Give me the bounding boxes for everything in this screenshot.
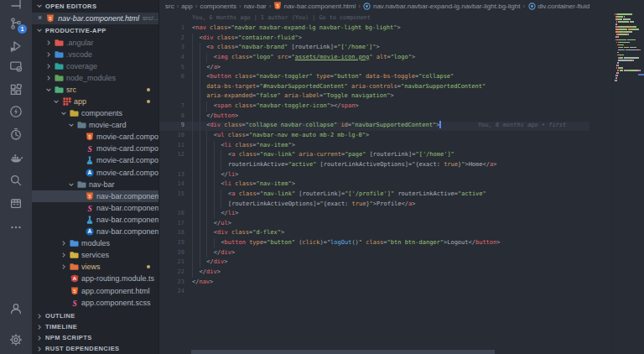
code-line-24[interactable]: 24 <box>159 287 616 297</box>
tree-item-movie-card.component.s...[interactable]: movie-card.component.s... <box>32 154 159 166</box>
tree-item-src[interactable]: src <box>32 84 159 96</box>
chevron-right-icon[interactable] <box>44 39 52 46</box>
tree-item-app-routing.module.ts[interactable]: Aapp-routing.module.ts <box>32 273 159 284</box>
horizontal-scrollbar[interactable] <box>191 350 495 354</box>
breadcrumb-item[interactable]: app <box>181 3 192 10</box>
tree-item-modules[interactable]: modules <box>32 237 159 249</box>
line-number[interactable]: 2 <box>159 34 192 44</box>
extensions-icon[interactable] <box>0 79 32 101</box>
tree-item-movie-card.component.h...[interactable]: 5movie-card.component.h... <box>32 131 159 143</box>
line-number[interactable]: 18 <box>159 228 192 238</box>
line-number[interactable]: 9 <box>159 121 192 131</box>
tree-item-.angular[interactable]: .angular <box>32 37 159 49</box>
code-line-15[interactable]: 15<a class="nav-link" [routerLink]="['/p… <box>159 190 616 200</box>
chevron-down-icon[interactable] <box>67 181 75 188</box>
tree-item-app[interactable]: app <box>32 96 159 107</box>
chevron-right-icon[interactable] <box>60 252 67 258</box>
more-icon[interactable] <box>0 216 32 238</box>
line-number[interactable]: 8 <box>159 112 192 122</box>
line-number[interactable]: 24 <box>159 287 192 297</box>
chevron-down-icon[interactable] <box>52 98 60 105</box>
tree-item-app.component.html[interactable]: 5app.component.html <box>32 284 159 296</box>
line-number[interactable]: 19 <box>159 238 192 248</box>
tree-item-movie-card.component.s...[interactable]: Smovie-card.component.s... <box>32 143 159 154</box>
code-line-wrap[interactable]: data-bs-target="#navbarSupportedContent"… <box>159 82 616 92</box>
code-line-20[interactable]: 20</div> <box>159 248 616 258</box>
section-timeline[interactable]: TIMELINE <box>32 321 159 332</box>
tree-item-movie-card[interactable]: movie-card <box>32 119 159 131</box>
tree-item-movie-card.component.ts[interactable]: Amovie-card.component.ts <box>32 167 159 179</box>
tree-item-nav-bar.component.scss[interactable]: Snav-bar.component.scss <box>32 202 159 214</box>
tree-item-app.component.scss[interactable]: Sapp.component.scss <box>32 297 159 309</box>
chevron-right-icon[interactable] <box>44 51 52 58</box>
breadcrumb-item[interactable]: 5nav-bar.component.html <box>273 2 356 11</box>
breadcrumb-item[interactable]: div.container-fluid <box>527 2 589 11</box>
code-line-19[interactable]: 19<button type="button" (click)="logOut(… <box>159 238 616 248</box>
code-line-wrap[interactable]: [routerLinkActiveOptions]="{exact: true}… <box>159 200 616 210</box>
tree-item-views[interactable]: views <box>32 261 159 273</box>
line-number[interactable]: 10 <box>159 131 192 141</box>
section-rust-dependencies[interactable]: RUST DEPENDENCIES <box>32 343 159 354</box>
line-number[interactable]: 4 <box>159 53 192 63</box>
code-line-2[interactable]: 2<div class="container-fluid"> <box>159 34 616 44</box>
chevron-down-icon[interactable] <box>44 86 52 93</box>
code-line-16[interactable]: 16</li> <box>159 209 616 219</box>
line-number[interactable]: 6 <box>159 72 192 82</box>
chevron-right-icon[interactable] <box>60 263 67 270</box>
code-line-11[interactable]: 11<li class="nav-item"> <box>159 141 616 151</box>
tree-item-nav-bar.component.spec...[interactable]: nav-bar.component.spec... <box>32 214 159 226</box>
line-number[interactable]: 16 <box>159 209 192 219</box>
open-editors-header[interactable]: OPEN EDITORS <box>32 0 159 13</box>
line-number[interactable]: 22 <box>159 268 192 278</box>
chevron-down-icon[interactable] <box>60 110 67 117</box>
section-outline[interactable]: OUTLINE <box>32 310 159 321</box>
code-line-wrap[interactable]: routerLinkActive="active" [routerLinkAct… <box>159 160 616 170</box>
timer-icon[interactable] <box>0 123 32 145</box>
code-line-17[interactable]: 17</ul> <box>159 219 616 229</box>
chevron-right-icon[interactable] <box>44 63 52 70</box>
line-number[interactable]: 21 <box>159 258 192 268</box>
code-line-5[interactable]: 5</a> <box>159 63 616 73</box>
line-number[interactable]: 14 <box>159 180 192 190</box>
remote-window-icon[interactable] <box>0 55 32 77</box>
tree-item-nav-bar[interactable]: nav-bar <box>32 179 159 190</box>
line-number[interactable]: 12 <box>159 150 192 160</box>
code-line-wrap[interactable]: aria-expanded="false" aria-label="Toggle… <box>159 91 616 102</box>
chevron-right-icon[interactable] <box>44 75 52 81</box>
line-number[interactable] <box>159 200 192 210</box>
code-line-7[interactable]: 7<span class="navbar-toggler-icon"></spa… <box>159 102 616 112</box>
code-line-9[interactable]: 9<div class="collapse navbar-collapse" i… <box>159 121 616 131</box>
run-debug-icon[interactable] <box>0 35 32 57</box>
breadcrumb-item[interactable]: nav.navbar.navbar-expand-lg.navbar-light… <box>363 2 521 11</box>
line-number[interactable]: 13 <box>159 170 192 180</box>
open-editor-item[interactable]: × 5 nav-bar.component.html src/... <box>32 13 159 25</box>
code-line-23[interactable]: 23</nav> <box>159 278 616 288</box>
line-number[interactable]: 23 <box>159 278 192 288</box>
breadcrumb-item[interactable]: components <box>200 3 236 10</box>
tree-item-nav-bar.component.html[interactable]: 5nav-bar.component.html <box>32 190 159 202</box>
code-line-6[interactable]: 6<button class="navbar-toggler" type="bu… <box>159 72 616 82</box>
line-number[interactable] <box>159 160 192 170</box>
git-codelens[interactable]: You, 6 months ago | 1 author (You) | Go … <box>192 14 371 21</box>
code-line-10[interactable]: 10<ul class="navbar-nav me-auto mb-2 mb-… <box>159 131 616 141</box>
package-box-icon[interactable] <box>0 192 32 214</box>
tree-item-components[interactable]: components <box>32 107 159 119</box>
code-line-3[interactable]: 3<a class="navbar-brand" [routerLink]="[… <box>159 43 616 53</box>
tree-item-services[interactable]: services <box>32 249 159 261</box>
code-line-4[interactable]: 4<img class="logo" src="assets/movie-ico… <box>159 53 616 63</box>
section-npm-scripts[interactable]: NPM SCRIPTS <box>32 332 159 343</box>
code-line-12[interactable]: 12<a class="nav-link" aria-current="page… <box>159 150 616 160</box>
code-line-14[interactable]: 14<li class="nav-item"> <box>159 180 616 190</box>
settings-icon[interactable] <box>0 329 32 351</box>
line-number[interactable]: 3 <box>159 43 192 53</box>
search-icon[interactable] <box>0 169 32 191</box>
source-control-icon[interactable]: 1 <box>0 13 32 34</box>
line-number[interactable] <box>159 91 192 102</box>
line-number[interactable] <box>159 82 192 92</box>
line-number[interactable]: 11 <box>159 141 192 151</box>
close-icon[interactable]: × <box>38 14 42 22</box>
thunder-client-icon[interactable] <box>0 101 32 122</box>
line-number[interactable]: 15 <box>159 190 192 200</box>
code-line-8[interactable]: 8</button> <box>159 112 616 122</box>
editor-area[interactable]: src›app›components›nav-bar›5nav-bar.comp… <box>159 0 644 354</box>
